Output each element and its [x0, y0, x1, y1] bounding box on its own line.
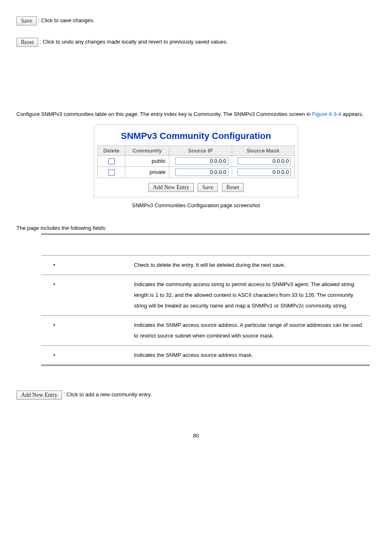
- table-row: Check to delete the entry. It will be de…: [41, 255, 370, 275]
- snmp-config-screenshot: SNMPv3 Community Configuration Delete Co…: [94, 125, 298, 197]
- community-cell: private: [125, 166, 169, 178]
- delete-checkbox[interactable]: [108, 169, 115, 176]
- col-community: Community: [125, 146, 169, 155]
- table-row: Indicates the SNMP access source address…: [41, 315, 370, 345]
- add-new-entry-button[interactable]: Add New Entry: [148, 183, 194, 192]
- col-source-mask: Source Mask: [232, 146, 295, 155]
- object-label: [46, 322, 62, 328]
- snmp-table: Delete Community Source IP Source Mask p…: [97, 146, 295, 178]
- delete-checkbox[interactable]: [108, 158, 115, 164]
- description-cell: Check to delete the entry. It will be de…: [129, 255, 370, 275]
- para-pre: Configure SNMPv3 communities table on th…: [16, 111, 312, 117]
- table-row: public: [98, 155, 295, 166]
- source-mask-input[interactable]: [238, 157, 291, 165]
- card-title: SNMPv3 Community Configuration: [97, 128, 295, 146]
- save-row: Save : Click to save changes.: [16, 16, 376, 25]
- table-row: private: [98, 166, 295, 178]
- description-cell: Indicates the community access string to…: [129, 275, 370, 315]
- col-delete: Delete: [98, 146, 125, 155]
- source-mask-input[interactable]: [238, 169, 291, 176]
- save-button[interactable]: Save: [16, 16, 37, 25]
- fields-intro: The page includes the following fields:: [16, 225, 376, 231]
- footer-add-row: Add New Entry : Click to add a new commu…: [16, 391, 376, 400]
- para-post: appears.: [343, 111, 364, 117]
- source-ip-input[interactable]: [175, 169, 228, 176]
- community-cell: public: [125, 155, 169, 166]
- reset-desc: : Click to undo any changes made locally…: [40, 39, 228, 45]
- description-cell: Indicates the SNMP access source address…: [129, 315, 370, 345]
- page-number: 80: [16, 432, 376, 439]
- reset-button[interactable]: Reset: [16, 38, 38, 47]
- figure-link[interactable]: Figure 4-3-4: [312, 111, 341, 117]
- footer-add-desc: : Click to add a new community entry.: [63, 391, 152, 398]
- card-button-row: Add New Entry Save Reset: [97, 178, 295, 192]
- intro-paragraph: Configure SNMPv3 communities table on th…: [16, 109, 376, 120]
- source-ip-input[interactable]: [175, 157, 228, 165]
- object-label: [46, 352, 62, 358]
- table-row: Indicates the community access string to…: [41, 275, 370, 315]
- figure-caption: SNMPv3 Communities Configuration page sc…: [16, 202, 376, 208]
- footer-add-button[interactable]: Add New Entry: [16, 391, 62, 400]
- save-desc: : Click to save changes.: [38, 17, 95, 23]
- table-row: Indicates the SNMP access source address…: [41, 345, 370, 365]
- card-reset-button[interactable]: Reset: [222, 183, 244, 192]
- object-label: [46, 281, 62, 287]
- description-cell: Indicates the SNMP access source address…: [129, 345, 370, 365]
- fields-table: Check to delete the entry. It will be de…: [41, 234, 370, 366]
- col-source-ip: Source IP: [169, 146, 232, 155]
- reset-row: Reset : Click to undo any changes made l…: [16, 38, 376, 47]
- object-label: [46, 262, 62, 268]
- card-save-button[interactable]: Save: [198, 183, 218, 192]
- table-header-row: [41, 234, 370, 255]
